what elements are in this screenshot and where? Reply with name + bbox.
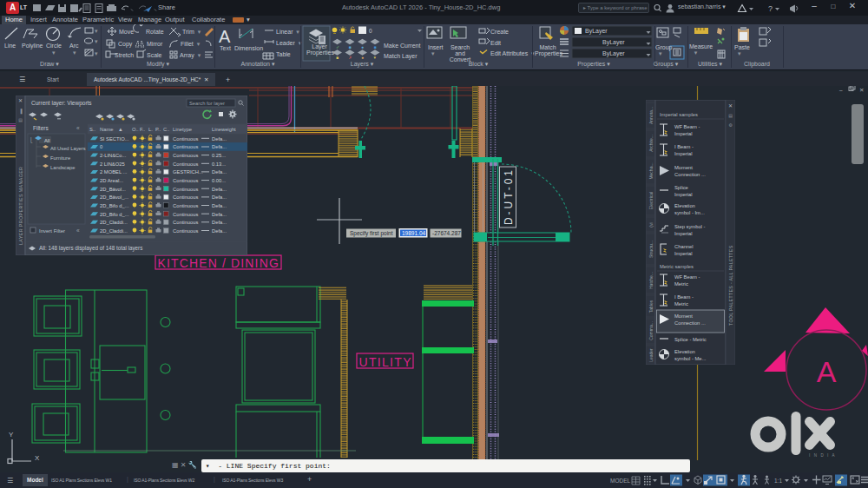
svg-text:MODEL: MODEL — [610, 478, 631, 484]
svg-text:0.25...: 0.25... — [212, 153, 227, 158]
svg-text:Channel: Channel — [674, 244, 694, 249]
svg-text:✓: ✓ — [336, 44, 339, 49]
svg-text:2D_Bävol...: 2D_Bävol... — [100, 187, 126, 192]
svg-text:C..: C.. — [163, 127, 170, 132]
svg-text:L.: L. — [148, 127, 153, 132]
svg-text:▤: ▤ — [18, 117, 23, 122]
svg-text:Defa...: Defa... — [212, 203, 227, 208]
svg-text:2 LIN&O25: 2 LIN&O25 — [100, 162, 125, 167]
svg-text:■: ■ — [336, 55, 339, 60]
svg-text:Continuous: Continuous — [173, 162, 198, 167]
svg-text:A: A — [817, 355, 837, 388]
svg-text:Search for layer: Search for layer — [189, 101, 225, 106]
svg-text:0.00...: 0.00... — [212, 178, 227, 183]
svg-text:Current layer: Viewports: Current layer: Viewports — [31, 100, 92, 107]
svg-text:Imperial: Imperial — [674, 131, 693, 136]
svg-text:▤: ▤ — [728, 113, 733, 118]
svg-text:2D Areal...: 2D Areal... — [100, 178, 123, 183]
svg-text:X: X — [35, 454, 40, 462]
svg-text:■: ■ — [349, 44, 352, 49]
svg-text:⎣: ⎣ — [30, 137, 33, 143]
svg-text:ByLayer: ByLayer — [585, 28, 608, 35]
svg-text:I Beam -: I Beam - — [674, 144, 694, 149]
svg-text:Splice - Metric: Splice - Metric — [674, 337, 707, 342]
svg-text:Defa...: Defa... — [212, 195, 227, 200]
svg-text:All Used Layers: All Used Layers — [50, 146, 86, 151]
svg-text:Defa...: Defa... — [212, 169, 227, 175]
svg-text:Continuous: Continuous — [173, 178, 198, 183]
svg-text:Imperial samples: Imperial samples — [660, 112, 698, 117]
svg-text:-27674.287: -27674.287 — [432, 230, 461, 236]
svg-text:Continuous: Continuous — [173, 228, 198, 234]
svg-text:2 MOBEL ...: 2 MOBEL ... — [100, 169, 128, 175]
svg-text:Imperial: Imperial — [674, 151, 693, 156]
svg-text:Defa...: Defa... — [212, 212, 227, 217]
svg-text:Metric: Metric — [674, 301, 688, 307]
svg-text:Comma...: Comma... — [648, 321, 654, 340]
svg-text:F..: F.. — [140, 127, 146, 132]
svg-text:Specify first point: Specify first point — [350, 230, 393, 237]
svg-text:Landscape: Landscape — [50, 165, 75, 170]
svg-text:Filters: Filters — [33, 125, 49, 131]
svg-text:WF Beam -: WF Beam - — [674, 274, 700, 280]
svg-text:«: « — [76, 228, 80, 234]
svg-text:Leader: Leader — [648, 348, 654, 362]
svg-text:«: « — [76, 125, 80, 131]
svg-text:Linetype: Linetype — [173, 127, 192, 132]
svg-text:0.13...: 0.13... — [212, 162, 227, 167]
svg-text:Imperial: Imperial — [674, 231, 693, 236]
svg-text:Name: Name — [100, 127, 113, 132]
svg-text:D-UT-01: D-UT-01 — [503, 169, 515, 225]
svg-text:Continuous: Continuous — [173, 212, 198, 217]
svg-text:Invert Filter: Invert Filter — [39, 228, 65, 234]
svg-text:2D_Claddi...: 2D_Claddi... — [100, 220, 128, 225]
svg-text:Hatche...: Hatche... — [648, 272, 654, 289]
svg-text:symbol - Im...: symbol - Im... — [674, 210, 705, 215]
svg-text:▲: ▲ — [118, 127, 123, 132]
svg-text:LAYER PROPERTIES MANAGER: LAYER PROPERTIES MANAGER — [18, 167, 23, 245]
svg-text:0: 0 — [100, 144, 102, 149]
svg-text:–: – — [839, 87, 843, 93]
svg-text:Metric: Metric — [674, 281, 688, 287]
svg-text:Annota...: Annota... — [648, 107, 654, 124]
svg-text:2D_Bifo d_...: 2D_Bifo d_... — [100, 203, 129, 208]
svg-text:Metric samples: Metric samples — [660, 264, 694, 269]
svg-text:Furniture: Furniture — [50, 155, 70, 161]
svg-text:Archite...: Archite... — [648, 135, 654, 152]
svg-text:All: 148 layers displayed of 1: All: 148 layers displayed of 148 total l… — [39, 245, 142, 252]
svg-text:Defa...: Defa... — [212, 144, 227, 149]
svg-text:GESTRICH...: GESTRICH... — [173, 169, 203, 175]
svg-text:Imperial: Imperial — [674, 192, 693, 197]
svg-text:ByLayer: ByLayer — [602, 39, 625, 46]
svg-text:1:1: 1:1 — [774, 478, 782, 484]
svg-text:All: All — [44, 138, 49, 143]
svg-text:Continuous: Continuous — [173, 220, 198, 225]
svg-text:Electrical: Electrical — [648, 192, 654, 209]
svg-text:2D_Bävol_...: 2D_Bävol_... — [100, 195, 129, 200]
svg-text:SI SECTIO...: SI SECTIO... — [100, 136, 129, 142]
svg-text:▐: ▐ — [19, 109, 23, 115]
svg-text:Defa...: Defa... — [212, 228, 227, 234]
svg-text:●: ● — [361, 55, 364, 60]
svg-text:Defa...: Defa... — [212, 136, 227, 142]
svg-text:✕: ✕ — [859, 87, 864, 93]
svg-text:Continuous: Continuous — [173, 136, 198, 142]
svg-text:P..: P.. — [155, 127, 161, 132]
svg-text:Step symbol -: Step symbol - — [674, 224, 706, 229]
svg-text:Elevation: Elevation — [674, 349, 695, 354]
svg-text:Structu...: Structu... — [648, 241, 654, 258]
svg-text:■: ■ — [374, 44, 377, 49]
svg-text:Moment: Moment — [674, 165, 693, 170]
svg-text:Imperial: Imperial — [674, 251, 693, 256]
svg-text:A: A — [219, 27, 231, 46]
svg-text:Connection ...: Connection ... — [674, 320, 706, 326]
svg-text:Continuous: Continuous — [173, 153, 198, 158]
svg-text:Splice: Splice — [674, 185, 688, 190]
svg-text:▾: ▾ — [374, 55, 377, 60]
svg-text:Continuous: Continuous — [173, 187, 198, 192]
svg-text:Lineweight: Lineweight — [212, 127, 236, 132]
svg-text:⚙: ⚙ — [728, 122, 733, 128]
svg-text:Mecha...: Mecha... — [648, 162, 654, 179]
svg-text:✕: ✕ — [728, 103, 733, 109]
svg-text:I Beam -: I Beam - — [674, 294, 694, 300]
